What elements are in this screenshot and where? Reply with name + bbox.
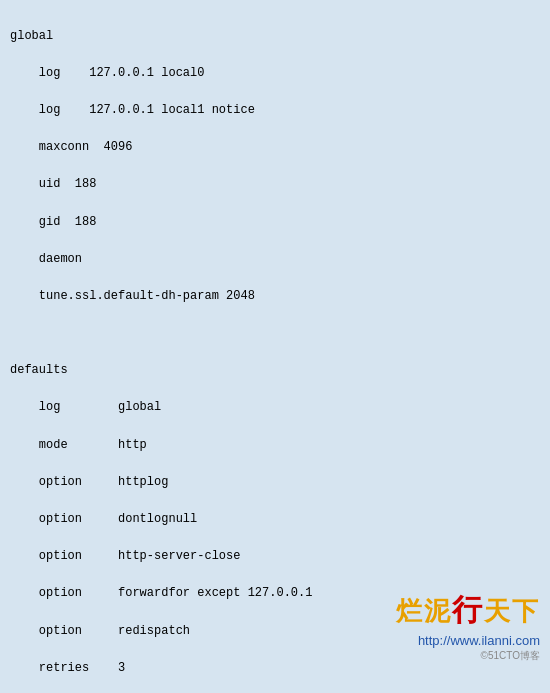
line-daemon: daemon — [10, 250, 540, 269]
line-log-global: log global — [10, 398, 540, 417]
watermark-source: ©51CTO博客 — [396, 649, 540, 663]
main-container: global log 127.0.0.1 local0 log 127.0.0.… — [0, 0, 550, 693]
line-option-httplog: option httplog — [10, 473, 540, 492]
line-maxconn1: maxconn 4096 — [10, 138, 540, 157]
watermark-text: 烂泥行天下 — [396, 590, 540, 631]
line-tune: tune.ssl.default-dh-param 2048 — [10, 287, 540, 306]
line-defaults: defaults — [10, 361, 540, 380]
line-option-http-server-close: option http-server-close — [10, 547, 540, 566]
line-option-dontlognull: option dontlognull — [10, 510, 540, 529]
line-gid: gid 188 — [10, 213, 540, 232]
line-uid: uid 188 — [10, 175, 540, 194]
line-log0: log 127.0.0.1 local0 — [10, 64, 540, 83]
line-log1: log 127.0.0.1 local1 notice — [10, 101, 540, 120]
line-blank1 — [10, 324, 540, 343]
line-global: global — [10, 27, 540, 46]
watermark-url: http://www.ilanni.com — [396, 633, 540, 648]
watermark-area: 烂泥行天下 http://www.ilanni.com ©51CTO博客 — [396, 590, 540, 663]
line-mode-http: mode http — [10, 436, 540, 455]
